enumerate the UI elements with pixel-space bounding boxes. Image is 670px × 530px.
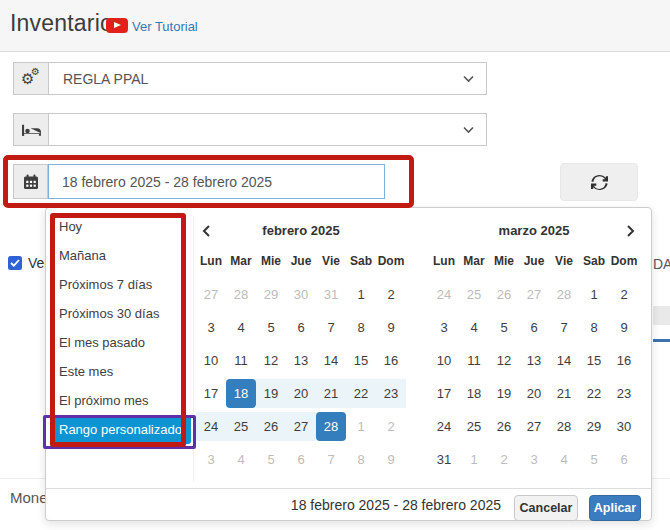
tutorial-link[interactable]: Ver Tutorial <box>132 19 198 34</box>
day-cell[interactable]: 8 <box>346 313 376 342</box>
day-cell[interactable]: 26 <box>489 280 519 309</box>
day-cell[interactable]: 11 <box>226 346 256 375</box>
day-cell[interactable]: 20 <box>519 379 549 408</box>
day-cell[interactable]: 21 <box>316 379 346 408</box>
day-cell[interactable]: 13 <box>286 346 316 375</box>
day-cell[interactable]: 6 <box>609 445 639 474</box>
day-cell[interactable]: 7 <box>316 313 346 342</box>
day-cell[interactable]: 8 <box>346 445 376 474</box>
day-cell[interactable]: 6 <box>519 313 549 342</box>
day-cell[interactable]: 25 <box>226 412 256 441</box>
day-cell[interactable]: 28 <box>549 412 579 441</box>
day-cell[interactable]: 28 <box>316 412 346 441</box>
day-cell[interactable]: 11 <box>459 346 489 375</box>
day-cell[interactable]: 20 <box>286 379 316 408</box>
day-cell[interactable]: 9 <box>376 445 406 474</box>
day-cell[interactable]: 1 <box>346 280 376 309</box>
day-cell[interactable]: 3 <box>519 445 549 474</box>
day-cell[interactable]: 21 <box>549 379 579 408</box>
day-cell[interactable]: 27 <box>196 280 226 309</box>
day-cell[interactable]: 7 <box>316 445 346 474</box>
day-cell[interactable]: 26 <box>256 412 286 441</box>
day-cell[interactable]: 10 <box>429 346 459 375</box>
day-cell[interactable]: 4 <box>226 445 256 474</box>
day-cell[interactable]: 8 <box>579 313 609 342</box>
preset-item[interactable]: Mañana <box>50 241 191 270</box>
day-cell[interactable]: 2 <box>376 412 406 441</box>
day-cell[interactable]: 29 <box>256 280 286 309</box>
day-cell[interactable]: 1 <box>579 280 609 309</box>
day-cell[interactable]: 9 <box>376 313 406 342</box>
ver-checkbox[interactable] <box>8 256 22 270</box>
day-cell[interactable]: 6 <box>286 313 316 342</box>
day-cell[interactable]: 25 <box>459 412 489 441</box>
day-cell[interactable]: 1 <box>459 445 489 474</box>
day-cell[interactable]: 10 <box>196 346 226 375</box>
next-month-icon[interactable] <box>623 224 637 238</box>
day-cell[interactable]: 16 <box>376 346 406 375</box>
day-cell[interactable]: 24 <box>429 412 459 441</box>
day-cell[interactable]: 18 <box>226 379 256 408</box>
preset-item[interactable]: Próximos 7 días <box>50 270 191 299</box>
refresh-button[interactable] <box>560 163 638 201</box>
day-cell[interactable]: 27 <box>519 280 549 309</box>
day-cell[interactable]: 24 <box>196 412 226 441</box>
day-cell[interactable]: 28 <box>549 280 579 309</box>
day-cell[interactable]: 19 <box>256 379 286 408</box>
preset-item[interactable]: Rango personalizado <box>50 415 191 444</box>
day-cell[interactable]: 6 <box>286 445 316 474</box>
day-cell[interactable]: 15 <box>579 346 609 375</box>
room-select[interactable] <box>48 113 487 146</box>
preset-item[interactable]: Próximos 30 días <box>50 299 191 328</box>
day-cell[interactable]: 31 <box>429 445 459 474</box>
day-cell[interactable]: 4 <box>549 445 579 474</box>
day-cell[interactable]: 22 <box>346 379 376 408</box>
day-cell[interactable]: 29 <box>579 412 609 441</box>
day-cell[interactable]: 30 <box>286 280 316 309</box>
day-cell[interactable]: 26 <box>489 412 519 441</box>
day-cell[interactable]: 17 <box>196 379 226 408</box>
day-cell[interactable]: 22 <box>579 379 609 408</box>
day-cell[interactable]: 2 <box>489 445 519 474</box>
day-cell[interactable]: 1 <box>346 412 376 441</box>
day-cell[interactable]: 18 <box>459 379 489 408</box>
preset-item[interactable]: Hoy <box>50 212 191 241</box>
day-cell[interactable]: 14 <box>549 346 579 375</box>
day-cell[interactable]: 9 <box>609 313 639 342</box>
day-cell[interactable]: 14 <box>316 346 346 375</box>
prev-month-icon[interactable] <box>200 224 214 238</box>
day-cell[interactable]: 23 <box>376 379 406 408</box>
day-cell[interactable]: 13 <box>519 346 549 375</box>
day-cell[interactable]: 3 <box>196 445 226 474</box>
day-cell[interactable]: 4 <box>226 313 256 342</box>
day-cell[interactable]: 30 <box>609 412 639 441</box>
day-cell[interactable]: 19 <box>489 379 519 408</box>
date-range-input[interactable] <box>48 164 385 199</box>
day-cell[interactable]: 27 <box>286 412 316 441</box>
day-cell[interactable]: 23 <box>609 379 639 408</box>
cancel-button[interactable]: Cancelar <box>514 495 578 521</box>
day-cell[interactable]: 25 <box>459 280 489 309</box>
preset-item[interactable]: El próximo mes <box>50 386 191 415</box>
day-cell[interactable]: 15 <box>346 346 376 375</box>
day-cell[interactable]: 5 <box>489 313 519 342</box>
day-cell[interactable]: 28 <box>226 280 256 309</box>
day-cell[interactable]: 16 <box>609 346 639 375</box>
preset-item[interactable]: Este mes <box>50 357 191 386</box>
day-cell[interactable]: 12 <box>489 346 519 375</box>
day-cell[interactable]: 17 <box>429 379 459 408</box>
day-cell[interactable]: 5 <box>579 445 609 474</box>
day-cell[interactable]: 3 <box>429 313 459 342</box>
day-cell[interactable]: 7 <box>549 313 579 342</box>
day-cell[interactable]: 27 <box>519 412 549 441</box>
day-cell[interactable]: 31 <box>316 280 346 309</box>
youtube-icon[interactable] <box>106 18 128 33</box>
day-cell[interactable]: 4 <box>459 313 489 342</box>
day-cell[interactable]: 5 <box>256 313 286 342</box>
day-cell[interactable]: 2 <box>376 280 406 309</box>
preset-item[interactable]: El mes pasado <box>50 328 191 357</box>
day-cell[interactable]: 12 <box>256 346 286 375</box>
day-cell[interactable]: 5 <box>256 445 286 474</box>
rule-select[interactable]: REGLA PPAL <box>48 62 487 95</box>
day-cell[interactable]: 2 <box>609 280 639 309</box>
